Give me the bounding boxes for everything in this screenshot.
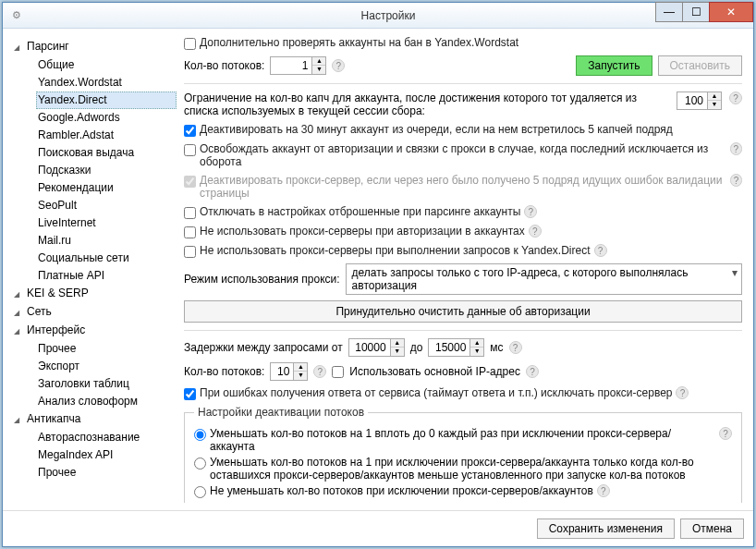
captcha-limit-spinner[interactable]: ▲▼ [677, 92, 722, 110]
tree-item[interactable]: Экспорт [36, 358, 177, 375]
tree-item[interactable]: MegaIndex API [36, 446, 177, 464]
tree-item[interactable]: SeoPult [36, 197, 177, 214]
tree-group[interactable]: Антикапча [12, 410, 177, 429]
proxy-mode-label: Режим использования прокси: [184, 273, 340, 286]
main-panel: Дополнительно проверять аккаунты на бан … [184, 36, 746, 503]
delay-to-spinner[interactable]: ▲▼ [428, 338, 484, 357]
help-icon[interactable]: ? [529, 225, 542, 238]
exclude-proxy-checkbox[interactable] [184, 388, 196, 400]
help-icon[interactable]: ? [332, 59, 345, 72]
cancel-button[interactable]: Отмена [680, 518, 744, 539]
use-main-ip-checkbox[interactable] [332, 366, 344, 378]
no-proxy-auth-checkbox[interactable] [184, 226, 196, 238]
captcha-limit-input[interactable] [677, 92, 707, 109]
tree-item[interactable]: Поисковая выдача [36, 144, 177, 162]
save-button[interactable]: Сохранить изменения [537, 518, 675, 539]
help-icon[interactable]: ? [313, 365, 326, 378]
stop-button: Остановить [658, 55, 743, 76]
tree-item[interactable]: Общие [36, 56, 177, 74]
threads2-spinner[interactable]: ▲▼ [270, 362, 308, 381]
tree-group[interactable]: Интерфейс [12, 322, 177, 340]
captcha-limit-label: Ограничение на кол-во капч для аккаунта,… [184, 92, 669, 117]
extra-check-label: Дополнительно проверять аккаунты на бан … [200, 36, 518, 49]
spin-down-icon[interactable]: ▼ [708, 101, 721, 109]
close-button[interactable]: ✕ [709, 2, 753, 22]
deact-r1-radio[interactable] [194, 429, 206, 441]
window-title: Настройки [27, 9, 750, 22]
footer: Сохранить изменения Отмена [3, 510, 753, 546]
threads-spinner[interactable]: ▲▼ [270, 56, 326, 75]
help-icon[interactable]: ? [524, 205, 537, 218]
help-icon[interactable]: ? [676, 386, 689, 399]
tree-item[interactable]: Рекомендации [36, 179, 177, 197]
delay-from-spinner[interactable]: ▲▼ [348, 338, 405, 357]
tree-item[interactable]: Rambler.Adstat [36, 127, 177, 144]
sidebar-tree[interactable]: ПарсингОбщиеYandex.WordstatYandex.Direct… [10, 36, 177, 503]
tree-item[interactable]: Автораспознавание [36, 429, 177, 446]
window-buttons: — ☐ ✕ [656, 2, 753, 22]
release-account-checkbox[interactable] [184, 144, 196, 156]
clear-auth-button[interactable]: Принудительно очистить данные об авториз… [184, 300, 742, 323]
deact-r2-radio[interactable] [194, 458, 206, 470]
help-icon[interactable]: ? [509, 341, 522, 354]
deact-proxy-checkbox [184, 176, 196, 188]
help-icon[interactable]: ? [719, 427, 732, 440]
tree-item[interactable]: LiveInternet [36, 214, 177, 232]
tree-item[interactable]: Yandex.Direct [36, 92, 177, 109]
tree-item[interactable]: Подсказки [36, 162, 177, 179]
delays-row: Задержки между запросами от ▲▼ до ▲▼ мс … [184, 338, 742, 357]
help-icon[interactable]: ? [729, 92, 742, 104]
extra-check-checkbox[interactable] [184, 38, 196, 50]
content: ПарсингОбщиеYandex.WordstatYandex.Direct… [3, 29, 753, 510]
tree-group[interactable]: Сеть [12, 303, 177, 322]
help-icon[interactable]: ? [730, 174, 742, 187]
minimize-button[interactable]: — [655, 2, 683, 22]
tree-item[interactable]: Заголовки таблиц [36, 375, 177, 393]
disable-accounts-checkbox[interactable] [184, 207, 196, 219]
threads-input[interactable] [271, 57, 311, 74]
tree-group[interactable]: Парсинг [12, 38, 177, 56]
tree-item[interactable]: Google.Adwords [36, 109, 177, 127]
help-icon[interactable]: ? [730, 142, 742, 155]
tree-item[interactable]: Yandex.Wordstat [36, 74, 177, 92]
settings-window: ⚙ Настройки — ☐ ✕ ПарсингОбщиеYandex.Wor… [2, 2, 754, 547]
threads-row: Кол-во потоков: ▲▼ ? Запустить Остановит… [184, 55, 742, 76]
maximize-button[interactable]: ☐ [682, 2, 710, 22]
proxy-mode-row: Режим использования прокси: делать запро… [184, 263, 742, 295]
threads-label: Кол-во потоков: [184, 59, 264, 72]
tree-item[interactable]: Прочее [36, 340, 177, 358]
proxy-mode-select[interactable]: делать запросы только с того IP-адреса, … [346, 263, 742, 295]
run-button[interactable]: Запустить [576, 55, 652, 76]
tree-item[interactable]: Социальные сети [36, 250, 177, 267]
extra-check-row: Дополнительно проверять аккаунты на бан … [184, 36, 742, 50]
tree-item[interactable]: Анализ словоформ [36, 393, 177, 410]
tree-item[interactable]: Платные API [36, 267, 177, 285]
help-icon[interactable]: ? [526, 365, 539, 378]
gear-icon: ⚙ [12, 9, 21, 21]
help-icon[interactable]: ? [597, 484, 610, 497]
no-proxy-direct-checkbox[interactable] [184, 246, 196, 258]
spin-down-icon[interactable]: ▼ [312, 66, 325, 74]
titlebar: ⚙ Настройки — ☐ ✕ [3, 3, 753, 29]
tree-group[interactable]: KEI & SERP [12, 285, 177, 303]
deact-30min-checkbox[interactable] [184, 125, 196, 137]
help-icon[interactable]: ? [594, 244, 607, 257]
spin-up-icon[interactable]: ▲ [312, 57, 325, 66]
captcha-limit-row: Ограничение на кол-во капч для аккаунта,… [184, 92, 742, 117]
spin-up-icon[interactable]: ▲ [708, 92, 721, 101]
deactivation-fieldset: Настройки деактивации потоков Уменьшать … [184, 406, 742, 503]
tree-item[interactable]: Прочее [36, 464, 177, 482]
tree-item[interactable]: Mail.ru [36, 232, 177, 250]
deact-r3-radio[interactable] [194, 486, 206, 498]
